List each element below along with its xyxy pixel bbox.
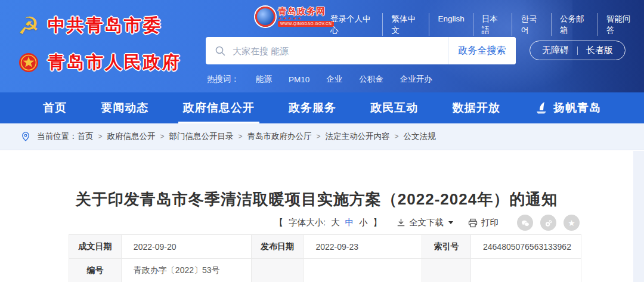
link-login-center[interactable]: 登录个人中心 [330, 14, 371, 35]
location-pin-icon [20, 131, 31, 142]
article-toolbar: 【 字体大小: 大 中 小 】 全文下载 打印 [66, 215, 580, 231]
utility-links: 登录个人中心 繁体中文 English 日本語 한국어 公务邮箱 智能问答 [322, 13, 644, 36]
link-korean[interactable]: 한국어 [521, 14, 537, 35]
hot-search-label: 热搜词： [207, 74, 239, 85]
meta-value-index-number: 2464805076563133962 [470, 235, 581, 259]
chevron-down-icon [448, 221, 453, 224]
nav-label: 要闻动态 [101, 100, 148, 116]
nav-label: 扬帆青岛 [553, 100, 601, 116]
national-emblem-icon [18, 52, 39, 73]
meta-value-doc-number: 青政办字〔2022〕53号 [121, 259, 251, 282]
nav-label: 数据开放 [453, 100, 500, 116]
party-committee-name: 中共青岛市委 [48, 14, 162, 38]
crumb-gov-office[interactable]: 青岛市政府办公厅 [247, 131, 312, 142]
org-banner: ☭ 中共青岛市委 青岛市人民政府 [18, 7, 181, 81]
meta-label-index-number: 索引号 [422, 235, 471, 259]
nav-item-sailing-qingdao[interactable]: 扬帆青岛 [534, 92, 601, 123]
nav-label: 政务服务 [289, 100, 336, 116]
meta-label-doc-number: 编号 [69, 259, 122, 282]
share-weibo-button[interactable] [540, 215, 556, 231]
party-committee-link[interactable]: ☭ 中共青岛市委 [18, 7, 181, 44]
wechat-icon [521, 218, 530, 228]
breadcrumb-separator: > [98, 132, 103, 141]
meta-value-empty [470, 259, 581, 282]
hot-search-pm10[interactable]: PM10 [289, 75, 309, 84]
bracket: 【 [274, 217, 283, 228]
crumb-statutory-disclosure[interactable]: 法定主动公开内容 [326, 131, 390, 142]
print-icon [468, 218, 478, 228]
hot-search-fund[interactable]: 公积金 [359, 74, 383, 85]
breadcrumb-separator: > [160, 132, 165, 141]
search-submit-button[interactable]: 政务全搜索 [448, 37, 516, 64]
hot-search-enterprise[interactable]: 企业 [326, 74, 342, 85]
font-size-medium-button[interactable]: 中 [345, 217, 354, 228]
breadcrumb-separator: > [239, 132, 243, 141]
meta-label-date-published: 发布日期 [251, 235, 304, 259]
link-english[interactable]: English [438, 14, 464, 23]
meta-value-date-written: 2022-09-20 [121, 235, 251, 259]
breadcrumb-separator: > [317, 132, 321, 141]
nav-item-gov-services[interactable]: 政务服务 [289, 92, 336, 123]
nav-label: 政民互动 [370, 100, 418, 116]
favorite-star-button[interactable]: ★ [564, 215, 580, 231]
font-size-label: 字体大小: [289, 217, 326, 228]
link-traditional-chinese[interactable]: 繁体中文 [391, 14, 416, 35]
crumb-official-documents[interactable]: 公文法规 [404, 131, 436, 142]
nav-item-open-data[interactable]: 数据开放 [453, 92, 500, 123]
crumb-dept-directory[interactable]: 部门信息公开目录 [169, 131, 234, 142]
breadcrumb-label: 当前位置： [37, 131, 78, 142]
table-row: 编号 青政办字〔2022〕53号 [69, 259, 581, 282]
elder-version-button[interactable]: 长者版 [586, 45, 613, 56]
share-group: ★ [517, 215, 580, 231]
hot-search-row: 热搜词： 能源 PM10 企业 公积金 企业开办 [207, 74, 432, 85]
crumb-gov-info[interactable]: 政府信息公开 [107, 131, 156, 142]
city-government-link[interactable]: 青岛市人民政府 [18, 44, 181, 81]
table-row: 成文日期 2022-09-20 发布日期 2022-09-23 索引号 2464… [69, 235, 581, 259]
nav-label: 首页 [43, 100, 67, 116]
nav-item-public-interaction[interactable]: 政民互动 [370, 92, 418, 123]
print-label: 打印 [481, 217, 499, 228]
meta-label-date-written: 成文日期 [69, 235, 122, 259]
print-button[interactable]: 打印 [468, 217, 499, 228]
weibo-icon [544, 218, 553, 228]
font-size-small-button[interactable]: 小 [359, 217, 368, 228]
site-header: ☭ 中共青岛市委 青岛市人民政府 青岛政务网 ★★★★★ WWW.QINGDAO… [0, 0, 644, 92]
nav-item-news[interactable]: 要闻动态 [101, 92, 148, 123]
download-button[interactable]: 全文下载 [397, 217, 453, 228]
barrier-free-button[interactable]: 无障碍 [542, 45, 569, 56]
breadcrumb: 当前位置： 首页 > 政府信息公开 > 部门信息公开目录 > 青岛市政府办公厅 … [0, 123, 644, 150]
hot-search-energy[interactable]: 能源 [256, 74, 272, 85]
hot-search-business-start[interactable]: 企业开办 [400, 74, 432, 85]
link-japanese[interactable]: 日本語 [482, 14, 498, 35]
link-official-mailbox[interactable]: 公务邮箱 [560, 14, 584, 35]
globe-icon [255, 7, 275, 27]
meta-label-empty [422, 259, 471, 282]
party-emblem-icon: ☭ [18, 14, 39, 38]
main-nav: 首页 要闻动态 政府信息公开 政务服务 政民互动 数据开放 扬帆青岛 [0, 92, 644, 123]
font-size-large-button[interactable]: 大 [331, 217, 340, 228]
search-input[interactable] [233, 46, 448, 56]
page-title: 关于印发青岛市冬季清洁取暖项目实施方案（2022-2024年）的通知 [0, 189, 633, 210]
page: ☭ 中共青岛市委 青岛市人民政府 青岛政务网 ★★★★★ WWW.QINGDAO… [0, 0, 644, 282]
star-icon: ★ [568, 219, 575, 227]
meta-value-date-published: 2022-09-23 [304, 235, 422, 259]
divider [577, 47, 578, 55]
meta-label-empty [251, 259, 304, 282]
link-smart-qa[interactable]: 智能问答 [606, 14, 631, 35]
nav-label: 政府信息公开 [183, 100, 255, 116]
bracket: 】 [373, 217, 382, 228]
city-government-name: 青岛市人民政府 [48, 51, 181, 75]
sail-icon [534, 101, 549, 114]
download-icon [397, 218, 405, 227]
download-label: 全文下载 [409, 217, 444, 228]
search-bar: 政务全搜索 [206, 37, 516, 64]
crumb-home[interactable]: 首页 [78, 131, 94, 142]
nav-item-home[interactable]: 首页 [43, 92, 67, 123]
document-meta-table: 成文日期 2022-09-20 发布日期 2022-09-23 索引号 2464… [69, 234, 581, 282]
share-wechat-button[interactable] [517, 215, 533, 231]
nav-item-gov-info-disclosure[interactable]: 政府信息公开 [183, 92, 255, 123]
breadcrumb-separator: > [395, 132, 399, 141]
page-edge-strip [633, 151, 644, 282]
search-icon [215, 46, 225, 56]
meta-value-empty [304, 259, 422, 282]
